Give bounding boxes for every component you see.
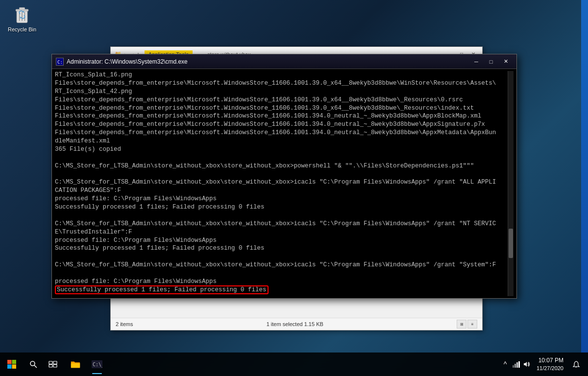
desktop: Recycle Bin 📁 ← → ↑ Application Tools st… <box>0 0 588 376</box>
clock[interactable]: 10:07 PM 11/27/2020 <box>534 355 566 374</box>
fe-view-buttons: ⊞ ≡ <box>457 320 477 329</box>
svg-line-13 <box>34 365 37 368</box>
cmd-controls: ─ □ ✕ <box>469 56 513 67</box>
taskbar-sys-icons: ^ <box>500 357 532 372</box>
svg-text:C:: C: <box>57 60 63 65</box>
cmd-content: RT_Icons_Splat_16.png Files\store_depend… <box>55 71 508 296</box>
cmd-minimize-button[interactable]: ─ <box>469 56 483 67</box>
taskbar-cmd[interactable]: C:\_ <box>86 353 108 375</box>
svg-rect-2 <box>20 7 25 10</box>
cmd-titlebar: C: Administrator: C:\Windows\System32\cm… <box>52 54 516 69</box>
svg-rect-22 <box>516 362 518 368</box>
fe-selected-info: 1 item selected 1.15 KB <box>267 321 323 327</box>
cmd-scrollbar[interactable] <box>508 71 514 296</box>
fe-details-button[interactable]: ≡ <box>467 320 477 329</box>
notification-button[interactable] <box>568 352 584 376</box>
cmd-scroll-thumb[interactable] <box>509 229 513 258</box>
svg-rect-15 <box>53 361 57 364</box>
recycle-bin-icon <box>12 5 32 24</box>
cmd-close-button[interactable]: ✕ <box>499 56 513 67</box>
taskbar-pinned-apps: C:\_ <box>65 353 108 375</box>
cmd-line-1: RT_Icons_Splat_16.png Files\store_depend… <box>55 71 496 285</box>
svg-rect-16 <box>49 365 52 368</box>
clock-time: 10:07 PM <box>537 357 564 365</box>
taskbar: C:\_ ^ <box>0 352 588 376</box>
cmd-window[interactable]: C: Administrator: C:\Windows\System32\cm… <box>51 54 517 299</box>
taskbar-right: ^ 10:07 <box>500 352 588 376</box>
svg-point-12 <box>30 361 35 366</box>
cmd-icon: C: <box>56 58 64 66</box>
fe-item-count: 2 items <box>116 321 133 327</box>
clock-date: 11/27/2020 <box>537 365 564 372</box>
svg-rect-9 <box>12 360 17 364</box>
svg-rect-17 <box>53 365 57 368</box>
svg-rect-21 <box>514 364 516 368</box>
right-panel <box>581 0 588 352</box>
recycle-bin-label: Recycle Bin <box>8 26 36 32</box>
svg-text:C:\_: C:\_ <box>93 362 102 368</box>
svg-rect-8 <box>7 360 12 364</box>
network-icon[interactable] <box>511 357 521 372</box>
svg-rect-20 <box>513 365 514 368</box>
fe-large-icons-button[interactable]: ⊞ <box>457 320 466 329</box>
cmd-body: RT_Icons_Splat_16.png Files\store_depend… <box>52 69 516 298</box>
recycle-bin[interactable]: Recycle Bin <box>5 5 39 32</box>
fe-statusbar: 2 items 1 item selected 1.15 KB ⊞ ≡ <box>111 318 482 330</box>
cmd-highlighted-line: Successfully processed 1 files; Failed p… <box>55 285 269 294</box>
search-button[interactable] <box>24 352 43 376</box>
svg-rect-23 <box>518 361 520 368</box>
show-hidden-icons-button[interactable]: ^ <box>500 357 510 372</box>
cmd-title-text: Administrator: C:\Windows\System32\cmd.e… <box>67 58 469 65</box>
svg-rect-11 <box>12 365 17 369</box>
svg-rect-10 <box>7 365 12 369</box>
taskbar-file-explorer[interactable] <box>65 353 86 375</box>
volume-icon[interactable] <box>522 357 532 372</box>
cmd-restore-button[interactable]: □ <box>484 56 498 67</box>
task-view-button[interactable] <box>43 352 63 376</box>
svg-rect-14 <box>49 361 52 364</box>
start-button[interactable] <box>0 352 24 376</box>
